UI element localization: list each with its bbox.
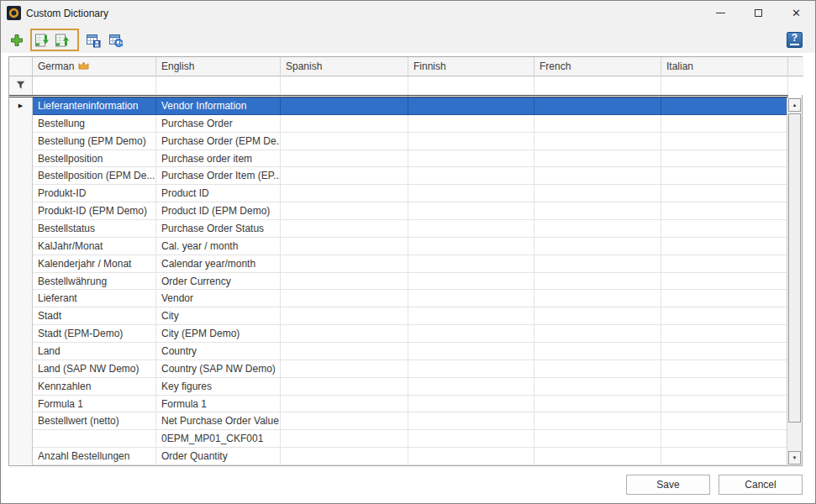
grid-cell-spanish[interactable] bbox=[281, 307, 408, 325]
grid-cell-german[interactable]: Bestellung bbox=[33, 115, 156, 133]
grid-cell-english[interactable]: 0EPM_MP01_CKF001 bbox=[156, 430, 281, 448]
grid-cell-french[interactable] bbox=[534, 290, 661, 307]
grid-cell-spanish[interactable] bbox=[281, 97, 408, 115]
add-translation-button[interactable] bbox=[9, 33, 24, 48]
row-header-cell[interactable] bbox=[9, 290, 33, 307]
grid-cell-finnish[interactable] bbox=[408, 396, 534, 413]
grid-cell-english[interactable]: Formula 1 bbox=[156, 396, 281, 413]
grid-cell-french[interactable] bbox=[534, 430, 661, 448]
grid-cell-english[interactable]: Purchase Order (EPM De... bbox=[156, 133, 281, 150]
grid-cell-english[interactable]: Purchase order item bbox=[156, 150, 281, 168]
column-header-english[interactable]: English bbox=[156, 57, 281, 76]
grid-row[interactable]: Kalenderjahr / MonatCalendar year/month bbox=[9, 255, 788, 273]
grid-row[interactable]: Anzahl BestellungenOrder Quantity bbox=[9, 448, 788, 465]
grid-cell-finnish[interactable] bbox=[408, 238, 534, 255]
column-header-italian[interactable]: Italian bbox=[661, 57, 788, 76]
grid-cell-finnish[interactable] bbox=[408, 307, 534, 325]
grid-cell-german[interactable]: Bestellung (EPM Demo) bbox=[33, 133, 156, 150]
grid-cell-spanish[interactable] bbox=[281, 202, 408, 220]
column-header-french[interactable]: French bbox=[534, 57, 661, 76]
grid-cell-german[interactable]: KalJahr/Monat bbox=[33, 238, 156, 255]
grid-row[interactable]: Bestellwert (netto)Net Purchase Order Va… bbox=[9, 412, 788, 430]
grid-cell-french[interactable] bbox=[534, 396, 661, 413]
grid-cell-english[interactable]: Purchase Order bbox=[156, 115, 281, 133]
filter-cell-french[interactable] bbox=[534, 76, 661, 95]
grid-cell-spanish[interactable] bbox=[281, 115, 408, 133]
grid-cell-italian[interactable] bbox=[661, 378, 788, 396]
grid-cell-italian[interactable] bbox=[661, 273, 788, 291]
row-header-cell[interactable] bbox=[9, 378, 33, 396]
row-header-cell[interactable] bbox=[9, 238, 33, 255]
row-header-cell[interactable] bbox=[9, 133, 33, 150]
grid-cell-finnish[interactable] bbox=[408, 185, 534, 202]
grid-row[interactable]: KalJahr/MonatCal. year / month bbox=[9, 238, 788, 255]
grid-cell-italian[interactable] bbox=[661, 343, 788, 360]
grid-cell-italian[interactable] bbox=[661, 220, 788, 238]
grid-cell-german[interactable]: Stadt bbox=[33, 307, 156, 325]
grid-cell-english[interactable]: Country (SAP NW Demo) bbox=[156, 360, 281, 378]
grid-cell-italian[interactable] bbox=[661, 115, 788, 133]
grid-cell-english[interactable]: Cal. year / month bbox=[156, 238, 281, 255]
maximize-button[interactable] bbox=[740, 1, 777, 25]
grid-cell-italian[interactable] bbox=[661, 307, 788, 325]
grid-cell-spanish[interactable] bbox=[281, 343, 408, 360]
row-header-cell[interactable] bbox=[9, 150, 33, 168]
row-header-cell[interactable] bbox=[9, 360, 33, 378]
grid-cell-spanish[interactable] bbox=[281, 150, 408, 168]
close-button[interactable]: ✕ bbox=[777, 1, 815, 25]
row-header-cell[interactable] bbox=[9, 167, 33, 185]
grid-row[interactable]: BestellwährungOrder Currency bbox=[9, 273, 788, 291]
row-header-cell[interactable] bbox=[9, 185, 33, 202]
row-header-cell[interactable] bbox=[9, 273, 33, 291]
grid-cell-italian[interactable] bbox=[661, 396, 788, 413]
grid-cell-french[interactable] bbox=[534, 185, 661, 202]
grid-cell-english[interactable]: Vendor bbox=[156, 290, 281, 307]
grid-cell-spanish[interactable] bbox=[281, 255, 408, 273]
filter-cell-english[interactable] bbox=[156, 76, 281, 95]
row-header-cell[interactable] bbox=[9, 307, 33, 325]
grid-cell-spanish[interactable] bbox=[281, 360, 408, 378]
grid-cell-french[interactable] bbox=[534, 307, 661, 325]
row-header-cell[interactable] bbox=[9, 343, 33, 360]
grid-cell-german[interactable]: Land (SAP NW Demo) bbox=[33, 360, 156, 378]
grid-cell-french[interactable] bbox=[534, 220, 661, 238]
grid-cell-finnish[interactable] bbox=[408, 273, 534, 291]
grid-cell-german[interactable]: Produkt-ID (EPM Demo) bbox=[33, 202, 156, 220]
grid-row[interactable]: LieferantVendor bbox=[9, 290, 788, 307]
grid-cell-finnish[interactable] bbox=[408, 255, 534, 273]
filter-cell-italian[interactable] bbox=[661, 76, 788, 95]
grid-cell-spanish[interactable] bbox=[281, 325, 408, 343]
save-button[interactable]: Save bbox=[626, 475, 710, 495]
grid-row[interactable]: Stadt (EPM-Demo)City (EPM Demo) bbox=[9, 325, 788, 343]
grid-cell-english[interactable]: Purchase Order Item (EP... bbox=[156, 167, 281, 185]
grid-cell-finnish[interactable] bbox=[408, 202, 534, 220]
grid-cell-french[interactable] bbox=[534, 378, 661, 396]
row-header-cell[interactable]: ▶ bbox=[9, 97, 33, 115]
grid-cell-german[interactable]: Bestellwährung bbox=[33, 273, 156, 291]
row-header-cell[interactable] bbox=[9, 202, 33, 220]
import-from-excel-button[interactable] bbox=[34, 33, 50, 48]
grid-row[interactable]: 0EPM_MP01_CKF001 bbox=[9, 430, 788, 448]
grid-row[interactable]: Produkt-IDProduct ID bbox=[9, 185, 788, 202]
grid-cell-finnish[interactable] bbox=[408, 97, 534, 115]
grid-cell-french[interactable] bbox=[534, 202, 661, 220]
row-header-cell[interactable] bbox=[9, 412, 33, 430]
grid-cell-finnish[interactable] bbox=[408, 343, 534, 360]
grid-cell-spanish[interactable] bbox=[281, 220, 408, 238]
grid-cell-french[interactable] bbox=[534, 167, 661, 185]
grid-cell-italian[interactable] bbox=[661, 167, 788, 185]
grid-cell-french[interactable] bbox=[534, 325, 661, 343]
grid-cell-english[interactable]: Product ID (EPM Demo) bbox=[156, 202, 281, 220]
row-header-cell[interactable] bbox=[9, 115, 33, 133]
grid-cell-italian[interactable] bbox=[661, 430, 788, 448]
grid-row[interactable]: StadtCity bbox=[9, 307, 788, 325]
grid-cell-english[interactable]: Product ID bbox=[156, 185, 281, 202]
grid-cell-finnish[interactable] bbox=[408, 378, 534, 396]
grid-cell-english[interactable]: Net Purchase Order Value bbox=[156, 412, 281, 430]
grid-cell-spanish[interactable] bbox=[281, 185, 408, 202]
filter-cell-spanish[interactable] bbox=[281, 76, 408, 95]
grid-row[interactable]: Formula 1Formula 1 bbox=[9, 396, 788, 413]
grid-cell-english[interactable]: Calendar year/month bbox=[156, 255, 281, 273]
export-to-excel-button[interactable] bbox=[55, 33, 70, 48]
grid-cell-french[interactable] bbox=[534, 360, 661, 378]
